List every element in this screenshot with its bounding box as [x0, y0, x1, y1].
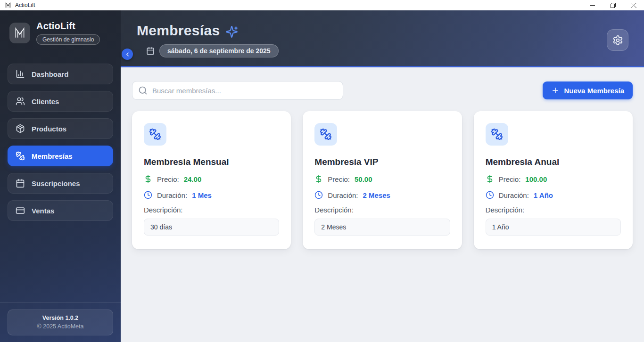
sidebar-item-ventas[interactable]: Ventas [8, 200, 113, 221]
description-value: 30 días [144, 219, 279, 236]
users-icon [16, 97, 25, 106]
sidebar-item-dashboard[interactable]: Dashboard [8, 64, 113, 84]
description-label: Descripción: [486, 206, 621, 214]
minimize-button[interactable] [582, 0, 603, 10]
search-icon [138, 86, 148, 95]
restore-button[interactable] [603, 0, 623, 10]
brand-block: ActioLift Gestión de gimnasio [0, 10, 121, 53]
dumbbell-icon [486, 123, 508, 146]
sidebar-item-label: Ventas [32, 207, 54, 215]
dumbbell-icon [314, 123, 337, 146]
version-label: Versión 1.0.2 [12, 315, 109, 321]
sidebar-item-label: Productos [32, 125, 66, 133]
dollar-icon [144, 175, 152, 183]
package-icon [16, 124, 25, 133]
calendar-icon [16, 179, 25, 188]
dumbbell-icon [16, 151, 25, 161]
close-button[interactable] [623, 0, 644, 10]
duration-label: Duración: [157, 191, 187, 199]
membership-card-list: Membresia Mensual Precio: 24.00 Duración… [132, 111, 633, 249]
toolbar: Nueva Membresía [132, 81, 633, 100]
price-label: Precio: [499, 175, 521, 183]
new-membership-button[interactable]: Nueva Membresía [543, 81, 633, 99]
current-date-badge: sábado, 6 de septiembre de 2025 [159, 44, 279, 57]
dollar-icon [486, 175, 494, 183]
page-header: Membresías sábado, 6 de septiembre de 20… [121, 10, 644, 67]
settings-button[interactable] [607, 29, 628, 51]
main-content: Nueva Membresía [121, 67, 644, 342]
clock-icon [144, 191, 152, 199]
clock-icon [486, 191, 494, 199]
price-label: Precio: [328, 175, 350, 183]
search-input[interactable] [132, 81, 343, 100]
sidebar-item-label: Clientes [32, 98, 59, 106]
sidebar-item-label: Suscripciones [32, 179, 80, 187]
description-value: 1 Año [486, 219, 621, 236]
sidebar-item-productos[interactable]: Productos [8, 118, 113, 139]
sidebar-item-label: Membresías [32, 152, 73, 160]
membership-card: Membresia Anual Precio: 100.00 Duración: [474, 111, 633, 249]
membership-card: Membresia Mensual Precio: 24.00 Duración… [132, 111, 291, 249]
sidebar-item-clientes[interactable]: Clientes [8, 91, 113, 112]
sidebar-item-suscripciones[interactable]: Suscripciones [8, 173, 113, 194]
description-label: Descripción: [314, 206, 450, 214]
gear-icon [612, 35, 623, 46]
sparkles-icon [225, 25, 238, 38]
app-subtitle-badge: Gestión de gimnasio [36, 34, 100, 45]
duration-value: 1 Año [534, 191, 553, 199]
price-value: 50.00 [355, 175, 372, 183]
credit-card-icon [16, 206, 25, 215]
description-label: Descripción: [144, 206, 279, 214]
description-value: 2 Meses [314, 219, 450, 236]
duration-value: 1 Mes [192, 191, 212, 199]
app-logo-icon [5, 2, 11, 8]
membership-title: Membresia Mensual [144, 157, 279, 167]
duration-label: Duración: [499, 191, 529, 199]
new-membership-label: Nueva Membresía [564, 87, 624, 95]
duration-label: Duración: [328, 191, 358, 199]
bar-chart-icon [16, 69, 25, 79]
sidebar-collapse-button[interactable] [122, 49, 133, 60]
sidebar-item-label: Dashboard [32, 70, 68, 78]
duration-value: 2 Meses [363, 191, 390, 199]
copyright-label: © 2025 ActioMeta [12, 323, 109, 330]
app-name: ActioLift [36, 21, 100, 32]
clock-icon [314, 191, 323, 199]
dumbbell-icon [144, 123, 166, 146]
chevron-left-icon [124, 51, 131, 57]
price-value: 100.00 [525, 175, 547, 183]
membership-title: Membresia Anual [486, 157, 621, 167]
version-box: Versión 1.0.2 © 2025 ActioMeta [8, 309, 113, 335]
dollar-icon [314, 175, 323, 183]
sidebar-nav: Dashboard Clientes Productos Membresías [0, 53, 121, 221]
membership-title: Membresía VIP [314, 157, 450, 167]
price-value: 24.00 [184, 175, 202, 183]
calendar-icon [146, 47, 155, 55]
window-titlebar: ActioLift [0, 0, 644, 10]
sidebar-item-membresias[interactable]: Membresías [8, 146, 113, 166]
plus-icon [551, 86, 560, 95]
page-title: Membresías [137, 23, 220, 39]
sidebar: ActioLift Gestión de gimnasio Dashboard … [0, 10, 121, 342]
sidebar-footer: Versión 1.0.2 © 2025 ActioMeta [0, 302, 121, 342]
price-label: Precio: [157, 175, 179, 183]
window-title: ActioLift [15, 2, 35, 8]
actiolift-logo-icon [9, 23, 30, 43]
membership-card: Membresía VIP Precio: 50.00 Duración: [303, 111, 462, 249]
